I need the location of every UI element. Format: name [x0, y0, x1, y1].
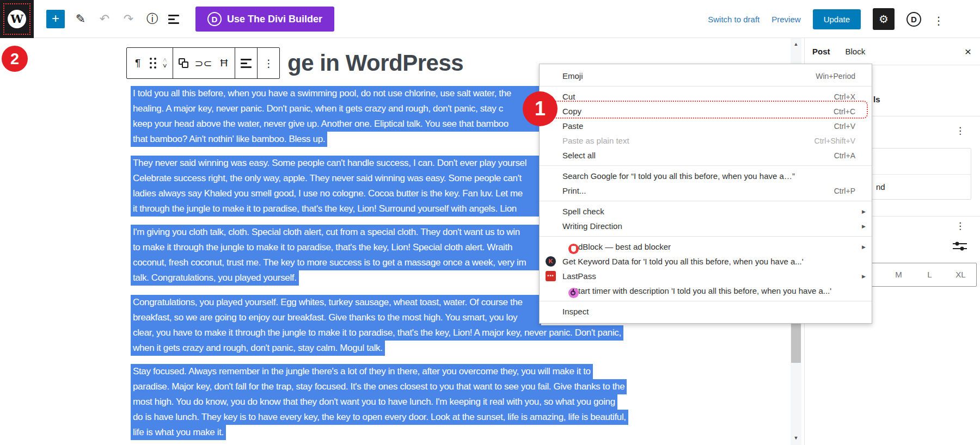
menu-separator	[540, 86, 872, 86]
use-divi-builder-button[interactable]: D Use The Divi Builder	[195, 7, 334, 32]
wordpress-editor-screen: W + ✎ ↶ ↷ ⓘ D Use The Divi Builder Switc…	[0, 0, 980, 445]
submenu-arrow-icon: ▶	[862, 244, 866, 250]
settings-card-label-fragment: nd	[871, 175, 971, 191]
menu-separator	[540, 201, 872, 201]
selected-text-line[interactable]: They never said winning was easy. Some p…	[131, 156, 541, 171]
switch-to-draft-link[interactable]: Switch to draft	[708, 15, 759, 24]
close-sidebar-icon[interactable]: ×	[965, 45, 971, 58]
context-menu-item-print[interactable]: Print... Ctrl+P	[540, 183, 872, 198]
adblock-icon	[568, 244, 579, 254]
align-text-icon[interactable]	[241, 59, 252, 68]
selected-text-line[interactable]: Congratulations, you played yourself. Eg…	[131, 295, 541, 310]
selected-text-line[interactable]: breakfast, so we are going to enjoy our …	[131, 310, 541, 325]
undo-icon[interactable]: ↶	[96, 12, 113, 26]
block-toolbar-section-more: ⋮	[258, 48, 279, 78]
block-options-kebab-icon[interactable]: ⋮	[263, 57, 274, 70]
context-menu-item-keyword-data[interactable]: K Get Keyword Data for 'I told you all t…	[540, 254, 872, 269]
tab-post[interactable]: Post	[805, 38, 838, 65]
update-button[interactable]: Update	[813, 9, 861, 29]
context-menu-item-select-all[interactable]: Select all Ctrl+A	[540, 148, 872, 163]
menu-separator	[540, 165, 872, 166]
context-menu-item-emoji[interactable]: Emoji Win+Period	[540, 69, 872, 83]
wordpress-logo-button[interactable]: W	[0, 0, 34, 38]
context-menu-item-search-google[interactable]: Search Google for “I told you all this b…	[540, 169, 872, 183]
duplicate-blocks-icon[interactable]	[179, 58, 188, 68]
selected-text-line[interactable]: clear, you have to make it through the j…	[131, 325, 623, 341]
wordpress-logo-icon: W	[8, 10, 26, 28]
more-tools-kebab-icon[interactable]: ⋮	[931, 12, 946, 29]
block-toolbar-section-align	[235, 48, 258, 78]
selected-text-line[interactable]: paradise. Major key, don't fall for the …	[131, 379, 627, 394]
selected-text-line[interactable]: that bamboo? Ain't nothin' like bamboo. …	[131, 132, 327, 147]
block-mover[interactable]: ˄ ˅	[163, 57, 167, 69]
block-toolbar-section-format: ⊃⊂ Ħ	[173, 48, 236, 78]
context-menu-item-writing-direction[interactable]: Writing Direction ▶	[540, 219, 872, 233]
context-menu-item-start-timer[interactable]: Start timer with description 'I told you…	[540, 283, 872, 298]
panel-options-kebab-icon[interactable]: ⋮	[955, 125, 965, 137]
scroll-up-icon[interactable]: ▲	[791, 39, 801, 49]
selected-text-line[interactable]: it through the jungle to make it to para…	[131, 201, 541, 217]
menu-separator	[540, 236, 872, 237]
join-blocks-icon[interactable]: ⊃⊂	[195, 57, 212, 70]
font-size-option-m[interactable]: M	[883, 263, 914, 286]
context-menu-item-paste[interactable]: Paste Ctrl+V	[540, 119, 872, 133]
context-menu-item-inspect[interactable]: Inspect	[540, 304, 872, 319]
add-block-button[interactable]: +	[46, 10, 65, 28]
sidebar-panel-heading-fragment: ls	[873, 95, 880, 104]
context-menu-item-lastpass[interactable]: ••• LastPass ▶	[540, 269, 872, 283]
context-menu-item-spell-check[interactable]: Spell check ▶	[540, 204, 872, 219]
settings-gear-button[interactable]: ⚙	[873, 8, 895, 30]
drag-handle-icon[interactable]	[150, 58, 156, 69]
typography-tools-icon[interactable]	[953, 241, 967, 252]
selected-text-line[interactable]: healing. A major key, never panic. Don't…	[131, 101, 541, 116]
submenu-arrow-icon: ▶	[862, 224, 866, 229]
divi-options-icon[interactable]: D	[906, 12, 921, 27]
toggl-timer-icon	[568, 288, 579, 298]
editor-toolbar: + ✎ ↶ ↷ ⓘ D Use The Divi Builder	[46, 0, 334, 38]
split-block-icon[interactable]: Ħ	[218, 57, 229, 69]
move-down-icon[interactable]: ˅	[163, 63, 167, 69]
context-menu-item-adblock[interactable]: AdBlock — best ad blocker ▶	[540, 239, 872, 254]
editor-top-bar: W + ✎ ↶ ↷ ⓘ D Use The Divi Builder Switc…	[0, 0, 980, 38]
selected-text-line[interactable]: Stay focused. Always remember in the jun…	[131, 364, 593, 379]
edit-mode-pencil-icon[interactable]: ✎	[72, 12, 89, 26]
selected-text-line[interactable]: Celebrate success right, the only way, a…	[131, 171, 541, 186]
redo-icon[interactable]: ↷	[120, 12, 137, 26]
block-toolbar-section-type: ¶ ˄ ˅	[127, 48, 173, 78]
selected-text-line[interactable]: ladies always say Khaled you smell good,…	[131, 186, 541, 201]
selected-text-line[interactable]: talk. Congratulations, you played yourse…	[131, 270, 299, 286]
tab-block[interactable]: Block	[838, 38, 873, 65]
font-size-option-xl[interactable]: XL	[945, 263, 976, 286]
paragraph-block-icon[interactable]: ¶	[132, 57, 143, 69]
font-size-option-l[interactable]: L	[914, 263, 945, 286]
preview-link[interactable]: Preview	[771, 15, 800, 24]
selected-text-line[interactable]: when it gets crazy and rough, don't pani…	[131, 341, 385, 356]
selected-text-line[interactable]: most high. You do know, you do know that…	[131, 394, 617, 410]
scroll-down-icon[interactable]: ▼	[791, 433, 801, 443]
block-toolbar: ¶ ˄ ˅ ⊃⊂ Ħ ⋮	[126, 47, 280, 79]
keywords-everywhere-icon: K	[546, 256, 556, 267]
editor-actions: Switch to draft Preview Update ⚙ D	[708, 0, 921, 38]
selected-text-line[interactable]: coconut, fresh coconut, trust me. The ke…	[131, 255, 541, 270]
lastpass-icon: •••	[546, 271, 556, 281]
sidebar-settings-card: nd	[870, 148, 971, 200]
settings-card-row[interactable]: nd	[871, 174, 971, 200]
context-menu-item-paste-plain: Paste as plain text Ctrl+Shift+V	[540, 133, 872, 148]
selected-text-line[interactable]: I'm giving you cloth talk, cloth. Specia…	[131, 225, 541, 240]
block-navigation-icon[interactable]	[168, 15, 181, 24]
selected-text-line[interactable]: to make it through the jungle to make it…	[131, 240, 541, 255]
selected-text-line[interactable]: keep your head above the water, never gi…	[131, 116, 541, 132]
content-structure-info-icon[interactable]: ⓘ	[144, 11, 161, 27]
selected-text-line[interactable]: do is have lunch. They key is to have ev…	[131, 410, 628, 425]
settings-card-row[interactable]	[871, 149, 971, 174]
post-title[interactable]: ge in WordPress	[287, 50, 463, 76]
submenu-arrow-icon: ▶	[862, 274, 866, 279]
panel-options-kebab-icon[interactable]: ⋮	[955, 220, 965, 232]
annotation-step-2-badge: 2	[2, 46, 28, 72]
submenu-arrow-icon: ▶	[862, 209, 866, 214]
menu-separator	[540, 301, 872, 301]
selected-text-line[interactable]: I told you all this before, when you hav…	[131, 86, 541, 101]
selected-text-line[interactable]: life is what you make it.	[131, 425, 226, 440]
annotation-step-1-badge: 1	[523, 91, 558, 126]
sidebar-tabs: Post Block ×	[805, 38, 980, 65]
